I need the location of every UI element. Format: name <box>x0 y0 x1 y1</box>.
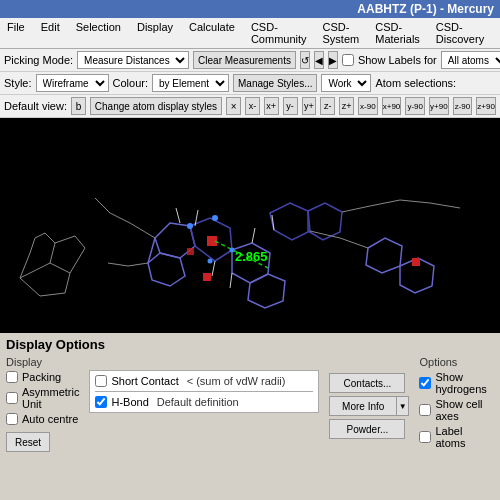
x-plus-btn[interactable]: x+ <box>264 97 279 115</box>
contacts-section: Short Contact < (sum of vdW radii) H-Bon… <box>89 356 319 452</box>
menu-csd-discovery[interactable]: CSD-Discovery <box>433 20 487 46</box>
more-info-row: More Info ▼ <box>329 396 409 416</box>
contacts-buttons: Contacts... More Info ▼ Powder... <box>329 356 409 452</box>
prev-icon[interactable]: ◀ <box>314 51 324 69</box>
show-hydrogens-label: Show hydrogens <box>435 371 494 395</box>
asymmetric-unit-label: Asymmetric Unit <box>22 386 79 410</box>
options-section: Options Show hydrogens Show cell axes La… <box>419 356 494 452</box>
label-atoms-label: Label atoms <box>435 425 494 449</box>
menu-csd-community[interactable]: CSD-Community <box>248 20 310 46</box>
menu-edit[interactable]: Edit <box>38 20 63 46</box>
display-section: Display Packing Asymmetric Unit Auto cen… <box>6 356 79 452</box>
toolbar-row-1: Picking Mode: Measure Distances Clear Me… <box>0 49 500 72</box>
colour-select[interactable]: by Element <box>152 74 229 92</box>
more-info-dropdown[interactable]: ▼ <box>397 396 410 416</box>
menu-selection[interactable]: Selection <box>73 20 124 46</box>
svg-rect-46 <box>203 273 211 281</box>
menu-calculate[interactable]: Calculate <box>186 20 238 46</box>
z-90-plus-btn[interactable]: z+90 <box>476 97 496 115</box>
short-contact-description: < (sum of vdW radii) <box>187 375 286 387</box>
y-plus-btn[interactable]: y+ <box>302 97 317 115</box>
h-bond-description: Default definition <box>157 396 239 408</box>
picking-mode-select[interactable]: Measure Distances <box>77 51 189 69</box>
style-label: Style: <box>4 77 32 89</box>
z-plus-btn[interactable]: z+ <box>339 97 354 115</box>
b-view-btn[interactable]: b <box>71 97 86 115</box>
asymmetric-unit-checkbox[interactable] <box>6 392 18 404</box>
svg-point-43 <box>212 215 218 221</box>
svg-point-44 <box>230 248 235 253</box>
manage-styles-btn[interactable]: Manage Styles... <box>233 74 317 92</box>
auto-centre-checkbox[interactable] <box>6 413 18 425</box>
h-bond-row: H-Bond Default definition <box>95 395 313 409</box>
powder-button[interactable]: Powder... <box>329 419 405 439</box>
label-atoms-row: Label atoms <box>419 425 494 449</box>
clear-measurements-btn[interactable]: Clear Measurements <box>193 51 296 69</box>
show-labels-select[interactable]: All atoms <box>441 51 500 69</box>
auto-centre-label: Auto centre <box>22 413 78 425</box>
svg-point-45 <box>208 259 213 264</box>
x-90-plus-btn[interactable]: x+90 <box>382 97 402 115</box>
h-bond-label: H-Bond <box>111 396 148 408</box>
packing-checkbox[interactable] <box>6 371 18 383</box>
show-cell-axes-checkbox[interactable] <box>419 404 431 416</box>
z-minus-btn[interactable]: z- <box>320 97 335 115</box>
contact-box: Short Contact < (sum of vdW radii) H-Bon… <box>89 370 319 413</box>
next-icon[interactable]: ▶ <box>328 51 338 69</box>
show-hydrogens-checkbox[interactable] <box>419 377 431 389</box>
svg-point-42 <box>187 223 193 229</box>
packing-row: Packing <box>6 371 79 383</box>
refresh-icon[interactable]: ↺ <box>300 51 310 69</box>
packing-label: Packing <box>22 371 61 383</box>
x-minus-btn[interactable]: x- <box>245 97 260 115</box>
menu-csd-materials[interactable]: CSD-Materials <box>372 20 423 46</box>
picking-mode-label: Picking Mode: <box>4 54 73 66</box>
show-hydrogens-row: Show hydrogens <box>419 371 494 395</box>
show-labels-checkbox[interactable] <box>342 54 354 66</box>
show-cell-axes-row: Show cell axes <box>419 398 494 422</box>
close-icon[interactable]: × <box>226 97 241 115</box>
display-section-label: Display <box>6 356 79 368</box>
y-90-plus-btn[interactable]: y+90 <box>429 97 449 115</box>
h-bond-checkbox[interactable] <box>95 396 107 408</box>
molecule-view[interactable]: 2.865 <box>0 118 500 333</box>
more-info-button[interactable]: More Info <box>329 396 397 416</box>
title-bar: AABHTZ (P-1) - Mercury <box>0 0 500 18</box>
y-minus-btn[interactable]: y- <box>283 97 298 115</box>
colour-label: Colour: <box>113 77 148 89</box>
title-text: AABHTZ (P-1) - Mercury <box>357 2 494 16</box>
svg-rect-47 <box>187 248 194 255</box>
menu-csd-system[interactable]: CSD-System <box>320 20 363 46</box>
short-contact-label: Short Contact <box>111 375 178 387</box>
work-select[interactable]: Work <box>321 74 371 92</box>
options-section-label: Options <box>419 356 494 368</box>
measurement-label: 2.865 <box>235 249 268 264</box>
x-90-minus-btn[interactable]: x-90 <box>358 97 378 115</box>
y-90-minus-btn[interactable]: y-90 <box>405 97 425 115</box>
toolbar-row-2: Style: Wireframe Colour: by Element Mana… <box>0 72 500 95</box>
menu-display[interactable]: Display <box>134 20 176 46</box>
short-contact-row: Short Contact < (sum of vdW radii) <box>95 374 313 388</box>
show-cell-axes-label: Show cell axes <box>435 398 494 422</box>
label-atoms-checkbox[interactable] <box>419 431 431 443</box>
display-options-title: Display Options <box>6 337 494 352</box>
auto-centre-row: Auto centre <box>6 413 79 425</box>
z-90-minus-btn[interactable]: z-90 <box>453 97 473 115</box>
style-select[interactable]: Wireframe <box>36 74 109 92</box>
default-view-label: Default view: <box>4 100 67 112</box>
atom-selections-label: Atom selections: <box>375 77 456 89</box>
short-contact-checkbox[interactable] <box>95 375 107 387</box>
toolbar-row-3: Default view: b Change atom display styl… <box>0 95 500 118</box>
contacts-button[interactable]: Contacts... <box>329 373 405 393</box>
asymmetric-unit-row: Asymmetric Unit <box>6 386 79 410</box>
fe-atom-2 <box>412 258 420 266</box>
show-labels-label: Show Labels for <box>358 54 437 66</box>
change-atom-btn[interactable]: Change atom display styles <box>90 97 222 115</box>
reset-button[interactable]: Reset <box>6 432 50 452</box>
menu-bar: File Edit Selection Display Calculate CS… <box>0 18 500 49</box>
menu-file[interactable]: File <box>4 20 28 46</box>
display-options-panel: Display Options Display Packing Asymmetr… <box>0 333 500 456</box>
